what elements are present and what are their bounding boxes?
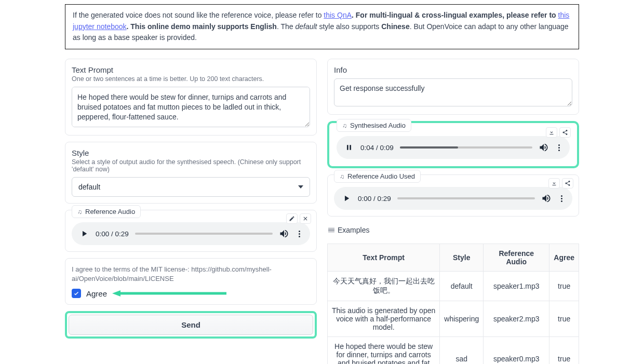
more-icon[interactable] xyxy=(296,231,303,237)
col-text-prompt: Text Prompt xyxy=(328,244,440,272)
reference-audio-player[interactable]: 0:00 / 0:29 xyxy=(72,222,310,245)
examples-table: Text Prompt Style Reference Audio Agree … xyxy=(327,244,579,364)
used-audio-panel: ♫ Reference Audio Used 0:00 / 0:29 xyxy=(327,174,579,217)
music-icon: ♫ xyxy=(340,173,344,180)
list-icon xyxy=(328,227,334,234)
table-row[interactable]: 今天天气真好，我们一起出去吃饭吧。 default speaker1.mp3 t… xyxy=(328,272,579,301)
agree-label: Agree xyxy=(86,289,107,298)
text-prompt-help: One or two sentences at a time is better… xyxy=(72,75,310,83)
style-help: Select a style of output audio for the s… xyxy=(72,158,310,173)
used-track[interactable] xyxy=(397,197,535,199)
reference-audio-panel: ♫ Reference Audio 0:00 / 0:29 xyxy=(65,210,317,252)
examples-header[interactable]: Examples xyxy=(327,223,579,237)
reference-time: 0:00 / 0:29 xyxy=(96,230,129,238)
col-ref-audio: Reference Audio xyxy=(484,244,549,272)
play-icon[interactable] xyxy=(341,193,352,204)
pause-icon[interactable] xyxy=(344,142,354,153)
style-value: default xyxy=(78,183,100,191)
used-audio-player[interactable]: 0:00 / 0:29 xyxy=(334,187,572,210)
edit-icon[interactable] xyxy=(286,213,298,224)
qna-link[interactable]: this QnA xyxy=(324,11,352,19)
volume-icon[interactable] xyxy=(539,142,549,153)
download-icon[interactable] xyxy=(546,127,557,138)
close-icon[interactable] xyxy=(300,213,311,224)
share-icon[interactable] xyxy=(559,127,571,138)
chevron-down-icon xyxy=(298,185,303,188)
send-highlight: Send xyxy=(65,311,317,339)
send-button[interactable]: Send xyxy=(69,315,313,335)
synth-track[interactable] xyxy=(400,146,532,149)
style-title: Style xyxy=(72,149,310,157)
volume-icon[interactable] xyxy=(541,193,552,204)
share-icon[interactable] xyxy=(562,178,573,188)
more-icon[interactable] xyxy=(555,144,562,151)
agree-panel: I agree to the terms of the MIT license-… xyxy=(65,258,317,305)
info-title: Info xyxy=(334,65,572,74)
download-icon[interactable] xyxy=(548,178,560,188)
synth-audio-panel: ♫ Synthesised Audio 0:04 / 0:09 xyxy=(330,124,576,165)
more-icon[interactable] xyxy=(558,195,565,202)
used-audio-label: ♫ Reference Audio Used xyxy=(334,170,421,183)
synth-audio-label: ♫ Synthesised Audio xyxy=(337,119,411,132)
info-output[interactable] xyxy=(334,78,572,106)
synth-time: 0:04 / 0:09 xyxy=(360,144,394,152)
col-agree: Agree xyxy=(549,244,579,272)
style-panel: Style Select a style of output audio for… xyxy=(65,142,317,204)
info-panel: Info xyxy=(327,59,579,115)
notice-box: If the generated voice does not sound li… xyxy=(65,4,579,49)
table-row[interactable]: He hoped there would be stew for dinner,… xyxy=(328,337,579,364)
style-select[interactable]: default xyxy=(72,177,310,197)
svg-marker-1 xyxy=(112,290,120,296)
volume-icon[interactable] xyxy=(279,228,289,239)
table-row[interactable]: This audio is generated by open voice wi… xyxy=(328,301,579,337)
text-prompt-panel: Text Prompt One or two sentences at a ti… xyxy=(65,59,317,136)
text-prompt-title: Text Prompt xyxy=(72,65,310,74)
agree-checkbox[interactable] xyxy=(72,289,81,298)
music-icon: ♫ xyxy=(77,208,82,215)
play-icon[interactable] xyxy=(79,228,89,239)
synth-highlight: ♫ Synthesised Audio 0:04 / 0:09 xyxy=(327,121,579,168)
reference-audio-label: ♫ Reference Audio xyxy=(72,205,141,218)
arrow-icon xyxy=(112,289,226,298)
reference-track[interactable] xyxy=(135,233,273,235)
used-time: 0:00 / 0:29 xyxy=(358,195,391,203)
agree-help: I agree to the terms of the MIT license-… xyxy=(72,265,310,284)
music-icon: ♫ xyxy=(342,122,347,129)
synth-audio-player[interactable]: 0:04 / 0:09 xyxy=(337,136,570,159)
text-prompt-input[interactable] xyxy=(72,87,310,127)
col-style: Style xyxy=(440,244,484,272)
